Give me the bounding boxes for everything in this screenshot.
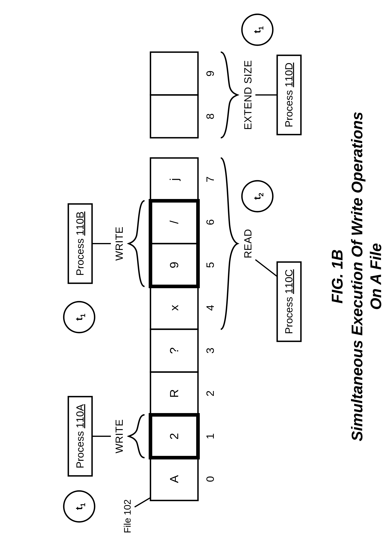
index-3: 3: [204, 348, 216, 354]
svg-text:t2: t2: [252, 193, 265, 200]
brace-extend: EXTEND SIZE: [221, 52, 277, 138]
svg-text:Process
         
        110C: Process 110C: [283, 269, 294, 334]
process-d-ref: 110D: [283, 63, 294, 87]
process-a-label: Process: [74, 431, 86, 468]
index-6: 6: [204, 219, 216, 225]
brace-write-b: WRITE: [92, 201, 145, 287]
cell-2: R: [168, 389, 181, 398]
cell-3: ?: [168, 347, 181, 354]
svg-line-20: [255, 260, 277, 276]
process-c-label: Process: [283, 297, 294, 334]
index-5: 5: [204, 262, 216, 268]
figure-title-line1: Simultaneous Execution Of Write Operatio…: [348, 112, 366, 441]
svg-text:Process
         
        110D: Process 110D: [283, 63, 294, 128]
svg-text:Process
         
        110A: Process 110A: [74, 404, 86, 468]
process-110d-box: Process 110D: [277, 55, 301, 135]
svg-text:t1: t1: [74, 503, 86, 510]
cell-6: /: [168, 220, 181, 224]
svg-text:Process
         
        110B: Process 110B: [74, 211, 86, 276]
file-label-leader: [135, 498, 150, 507]
cell-indices: 0 1 2 3 4 5 6 7 8 9: [204, 71, 216, 482]
op-write-a: WRITE: [113, 419, 125, 453]
index-9: 9: [204, 71, 216, 77]
cell-0: A: [168, 475, 181, 483]
index-1: 1: [204, 433, 216, 439]
index-4: 4: [204, 305, 216, 311]
index-7: 7: [204, 176, 216, 182]
op-write-b: WRITE: [113, 227, 125, 261]
brace-write-a: WRITE: [92, 415, 145, 458]
svg-rect-9: [150, 52, 198, 95]
process-b-label: Process: [74, 238, 86, 276]
time-marker-c: t2: [242, 181, 273, 212]
index-2: 2: [204, 390, 216, 396]
figure-title-line2: On A File: [367, 243, 385, 310]
figure-title: FIG. 1B Simultaneous Execution Of Write …: [329, 112, 385, 441]
index-0: 0: [204, 476, 216, 482]
process-c-ref: 110C: [283, 269, 294, 294]
cell-7: j: [168, 178, 181, 181]
svg-rect-8: [150, 95, 198, 138]
time-marker-d: t1: [242, 14, 273, 45]
process-110a-box: Process 110A: [68, 397, 92, 476]
svg-text:t1: t1: [74, 314, 86, 321]
process-110c-box: Process 110C: [277, 262, 301, 341]
time-marker-b: t1: [64, 302, 95, 333]
op-extend-size: EXTEND SIZE: [242, 60, 254, 130]
file-label-group: File 102: [122, 498, 150, 533]
process-110b-box: Process 110B: [68, 204, 92, 283]
op-read: READ: [242, 229, 254, 258]
process-d-label: Process: [283, 90, 294, 127]
cell-1: 2: [168, 433, 181, 439]
index-8: 8: [204, 113, 216, 119]
time-marker-a: t1: [64, 491, 95, 522]
cell-4: x: [168, 305, 181, 311]
file-label: File 102: [122, 499, 133, 533]
figure-number: FIG. 1B: [329, 249, 346, 303]
process-a-ref: 110A: [74, 404, 86, 428]
svg-text:t1: t1: [252, 26, 265, 33]
process-b-ref: 110B: [74, 211, 86, 236]
cell-5: 9: [168, 262, 181, 268]
cell-values: A 2 R ? x 9 / j: [168, 178, 181, 483]
